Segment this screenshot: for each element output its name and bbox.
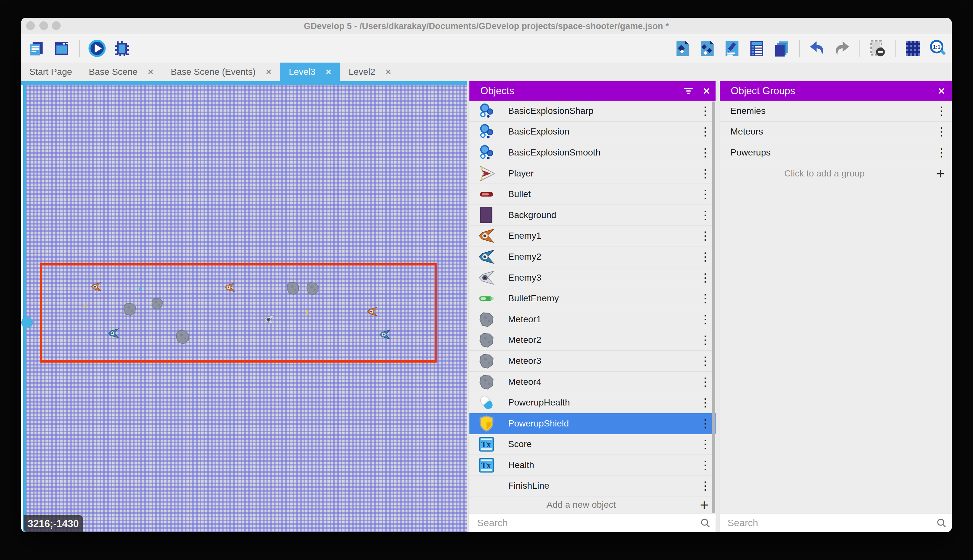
- object-row-PowerupHealth[interactable]: PowerupHealth⋮: [470, 392, 716, 413]
- group-row-Meteors[interactable]: Meteors⋮: [720, 122, 952, 143]
- object-row-Meteor3[interactable]: Meteor3⋮: [470, 351, 716, 372]
- meteor-icon: [478, 373, 495, 391]
- object-groups-editor-button[interactable]: [697, 38, 717, 58]
- sprite-enemy1[interactable]: [367, 306, 378, 317]
- tab-level3[interactable]: Level3✕: [280, 63, 340, 81]
- window-title: GDevelop 5 - /Users/dkarakay/Documents/G…: [21, 18, 952, 34]
- objects-editor-icon: [673, 39, 692, 58]
- redo-button[interactable]: [832, 38, 852, 58]
- tab-base-scene-events-[interactable]: Base Scene (Events)✕: [162, 63, 280, 81]
- object-row-BasicExplosion[interactable]: BasicExplosion⋮: [470, 122, 716, 143]
- window-mask-button[interactable]: [868, 38, 888, 58]
- redo-icon: [833, 39, 851, 58]
- filter-icon[interactable]: [680, 82, 698, 100]
- group-row-Powerups[interactable]: Powerups⋮: [720, 142, 952, 163]
- objects-panel-scrollbar-thumb[interactable]: [712, 101, 715, 520]
- toolbar-divider: [860, 40, 860, 57]
- tab-close-button[interactable]: ✕: [325, 67, 332, 77]
- object-name: Background: [508, 210, 695, 220]
- object-row-Enemy1[interactable]: Enemy1⋮: [470, 226, 716, 247]
- properties-button[interactable]: [722, 38, 742, 58]
- sprite-meteor[interactable]: [175, 329, 191, 345]
- tab-level2[interactable]: Level2✕: [340, 63, 400, 81]
- group-row-Enemies[interactable]: Enemies⋮: [720, 101, 952, 122]
- open-window-button[interactable]: [52, 38, 72, 58]
- object-row-Meteor4[interactable]: Meteor4⋮: [470, 372, 716, 393]
- object-row-BasicExplosionSmooth[interactable]: BasicExplosionSmooth⋮: [470, 142, 716, 163]
- object-row-Enemy3[interactable]: Enemy3⋮: [470, 267, 716, 288]
- sprite-dot-yellow[interactable]: [305, 311, 309, 315]
- scene-editor-canvas[interactable]: 3216;-1430: [21, 81, 467, 532]
- canvas-vertical-scrollbar-thumb[interactable]: [21, 317, 33, 328]
- group-menu-button[interactable]: ⋮: [931, 146, 952, 159]
- zoom-1-1-button[interactable]: 1:1: [928, 38, 948, 58]
- enemy1-icon: [478, 227, 495, 245]
- object-row-Meteor2[interactable]: Meteor2⋮: [470, 330, 716, 351]
- object-row-FinishLine[interactable]: FinishLine⋮: [470, 476, 716, 497]
- object-row-Player[interactable]: Player⋮: [470, 163, 716, 184]
- object-row-Meteor1[interactable]: Meteor1⋮: [470, 309, 716, 330]
- object-row-BulletEnemy[interactable]: BulletEnemy⋮: [470, 288, 716, 309]
- debug-button[interactable]: [112, 38, 132, 58]
- object-row-BasicExplosionSharp[interactable]: BasicExplosionSharp⋮: [470, 101, 716, 122]
- object-row-Enemy2[interactable]: Enemy2⋮: [470, 247, 716, 267]
- add-new-object-button[interactable]: Add a new object+: [470, 497, 716, 513]
- play-preview-button[interactable]: [87, 38, 107, 58]
- sprite-enemy1[interactable]: [224, 282, 235, 293]
- add-group-button[interactable]: Click to add a group+: [720, 163, 952, 184]
- dot-cyan-sprite-icon: [139, 287, 142, 290]
- debug-icon: [113, 39, 131, 58]
- explosion-icon: [478, 144, 495, 161]
- tab-start-page[interactable]: Start Page: [21, 63, 80, 81]
- tab-label: Level2: [349, 67, 375, 77]
- group-menu-button[interactable]: ⋮: [931, 104, 952, 118]
- object-row-Score[interactable]: TxScore⋮: [470, 434, 716, 455]
- objects-search-input[interactable]: [477, 517, 695, 529]
- enemy3-icon: [478, 269, 495, 287]
- sprite-dot-cyan[interactable]: [139, 286, 142, 289]
- object-name: Meteor1: [508, 314, 695, 325]
- tab-close-button[interactable]: ✕: [385, 67, 392, 77]
- project-manager-icon: [27, 39, 46, 58]
- layers-editor-button[interactable]: [772, 38, 792, 58]
- objects-editor-button[interactable]: [672, 38, 692, 58]
- text-object-icon: Tx: [478, 457, 495, 474]
- groups-search-input[interactable]: [727, 517, 931, 529]
- object-name: BasicExplosionSmooth: [508, 147, 695, 158]
- close-icon[interactable]: ✕: [698, 82, 716, 100]
- enemy3-sprite-icon: [263, 314, 275, 325]
- instances-list-button[interactable]: [747, 38, 767, 58]
- sprite-enemy2[interactable]: [379, 329, 391, 340]
- tab-close-button[interactable]: ✕: [147, 67, 154, 77]
- background-icon: [478, 207, 495, 224]
- sprite-enemy1[interactable]: [91, 281, 102, 292]
- undo-button[interactable]: [807, 38, 827, 58]
- group-menu-button[interactable]: ⋮: [931, 125, 952, 138]
- sprite-dot-yellow[interactable]: [83, 303, 87, 307]
- sprite-enemy2[interactable]: [108, 327, 119, 339]
- sprite-meteor[interactable]: [122, 302, 137, 317]
- canvas-panel-divider[interactable]: [467, 81, 470, 532]
- tab-label: Start Page: [29, 67, 72, 77]
- object-row-PowerupShield[interactable]: PowerupShield⋮: [470, 413, 716, 434]
- sprite-meteor[interactable]: [305, 281, 320, 296]
- toggle-grid-button[interactable]: [903, 38, 923, 58]
- panels-divider[interactable]: [716, 81, 720, 532]
- canvas-horizontal-scrollbar[interactable]: [21, 81, 467, 85]
- sprite-enemy3[interactable]: [263, 314, 275, 325]
- svg-text:Tx: Tx: [481, 461, 491, 470]
- tab-base-scene[interactable]: Base Scene✕: [80, 63, 162, 81]
- close-icon[interactable]: ✕: [932, 82, 950, 100]
- tab-close-button[interactable]: ✕: [265, 67, 272, 77]
- object-row-Background[interactable]: Background⋮: [470, 205, 716, 226]
- objects-panel-header: Objects ✕: [470, 81, 716, 101]
- sprite-meteor[interactable]: [150, 297, 164, 310]
- object-row-Bullet[interactable]: Bullet⋮: [470, 184, 716, 205]
- instances-list-icon: [748, 39, 766, 58]
- toggle-grid-icon: [904, 39, 922, 58]
- project-manager-button[interactable]: [27, 38, 47, 58]
- object-groups-editor-icon: [698, 39, 716, 58]
- sprite-meteor[interactable]: [285, 281, 300, 295]
- canvas-vertical-scrollbar[interactable]: [23, 85, 26, 532]
- object-row-Health[interactable]: TxHealth⋮: [470, 455, 716, 476]
